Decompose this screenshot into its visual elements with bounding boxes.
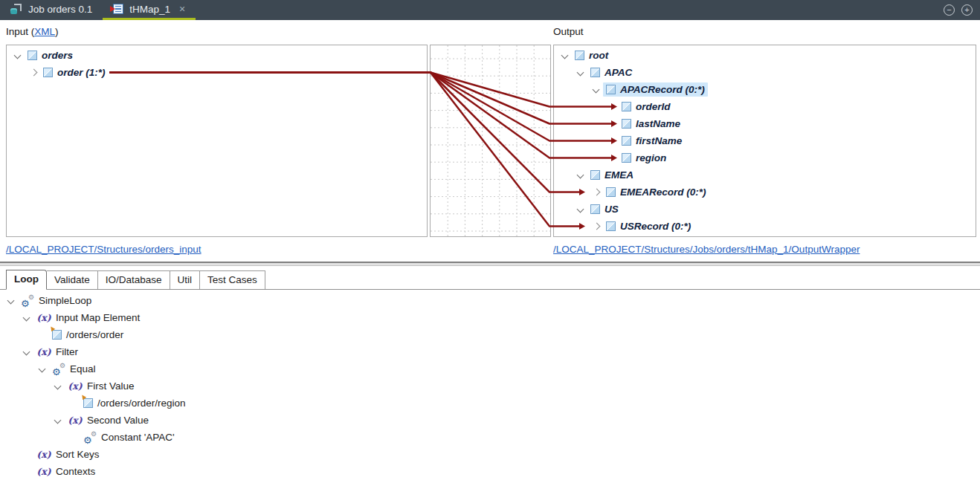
tree-item-core: US xyxy=(587,202,622,216)
chevron-down-icon[interactable] xyxy=(20,343,33,360)
tree-item-us[interactable]: US xyxy=(554,201,976,218)
tree-item-orders-order-region[interactable]: /orders/order/region xyxy=(0,395,980,412)
output-structure-path-link[interactable]: /LOCAL_PROJECT/Structures/Jobs/orders/tH… xyxy=(553,244,860,255)
tree-item-label: Filter xyxy=(56,346,78,357)
chevron-down-icon[interactable] xyxy=(51,412,65,429)
output-tree: rootAPACAPACRecord (0:*)orderIdlastNamef… xyxy=(554,45,976,235)
tree-item-core: root xyxy=(572,48,611,62)
chevron-right-icon[interactable] xyxy=(590,184,603,201)
tree-item-core: /orders/order/region xyxy=(80,396,189,410)
element-icon xyxy=(622,153,631,163)
chevron-down-icon[interactable] xyxy=(574,166,587,184)
tree-item-region[interactable]: region xyxy=(554,149,976,166)
chevron-down-icon[interactable] xyxy=(558,47,572,64)
tree-item-emea[interactable]: EMEA xyxy=(554,166,976,184)
tree-item-label: Sort Keys xyxy=(56,449,100,460)
tree-item-lastname[interactable]: lastName xyxy=(554,115,976,132)
chevron-down-icon[interactable] xyxy=(574,201,587,218)
tree-item-label: /orders/order/region xyxy=(97,398,186,409)
tree-item-label: APACRecord (0:*) xyxy=(620,84,705,95)
input-structure-path-link[interactable]: /LOCAL_PROJECT/Structures/orders_input xyxy=(6,244,202,255)
tab-validate[interactable]: Validate xyxy=(47,270,98,289)
chevron-down-icon[interactable] xyxy=(36,360,49,377)
tree-item-core: (x)Second Value xyxy=(65,413,152,427)
mapping-editor: Input (XML) Output ordersorder (1:*) roo… xyxy=(0,20,980,262)
tab-util[interactable]: Util xyxy=(170,270,201,289)
tree-item-orders[interactable]: orders xyxy=(7,47,427,64)
tab-test-cases[interactable]: Test Cases xyxy=(200,270,265,289)
tree-item-label: region xyxy=(636,152,666,163)
close-icon[interactable]: × xyxy=(179,3,185,15)
gears-icon xyxy=(52,363,65,375)
tree-item-filter[interactable]: (x)Filter xyxy=(0,343,980,360)
element-icon xyxy=(590,204,600,214)
editor-tab-thmap-1[interactable]: tHMap_1× xyxy=(103,0,196,20)
tree-item-label: Contexts xyxy=(56,466,95,477)
tree-item-core: (x)Input Map Element xyxy=(33,311,143,325)
chevron-down-icon[interactable] xyxy=(51,377,65,395)
tab-loop[interactable]: Loop xyxy=(6,270,47,290)
input-xml-link[interactable]: XML xyxy=(34,26,55,37)
element-icon xyxy=(590,68,600,77)
tree-item-label: SimpleLoop xyxy=(39,295,91,306)
tree-item-sort-keys[interactable]: (x)Sort Keys xyxy=(0,446,980,463)
canvas-grid xyxy=(431,45,550,236)
window-controls: − + xyxy=(944,0,980,20)
element-icon xyxy=(622,119,631,129)
tree-item-apacrecord-0[interactable]: APACRecord (0:*) xyxy=(554,81,976,98)
chevron-spacer xyxy=(605,115,619,132)
chevron-right-icon[interactable] xyxy=(27,64,40,81)
function-icon: (x) xyxy=(68,380,83,392)
tree-item-contexts[interactable]: (x)Contexts xyxy=(0,463,980,480)
job-icon xyxy=(10,4,22,14)
tree-item-label: US xyxy=(605,204,619,215)
loop-config-tree: SimpleLoop(x)Input Map Element/orders/or… xyxy=(0,290,980,480)
chevron-spacer xyxy=(67,429,80,446)
tree-item-simpleloop[interactable]: SimpleLoop xyxy=(0,292,980,309)
tree-item-label: First Value xyxy=(87,380,135,392)
tree-item-input-map-element[interactable]: (x)Input Map Element xyxy=(0,309,980,326)
output-panel-header: Output xyxy=(553,26,584,37)
tree-item-label: order (1:*) xyxy=(57,67,106,78)
tree-item-core: USRecord (0:*) xyxy=(603,219,694,233)
element-ref-icon xyxy=(52,330,62,340)
tree-item-core: orderId xyxy=(619,100,674,114)
tree-item-core: EMEARecord (0:*) xyxy=(603,185,709,199)
chevron-down-icon[interactable] xyxy=(590,81,603,98)
tree-item-order-1[interactable]: order (1:*) xyxy=(7,64,427,81)
tree-item-first-value[interactable]: (x)First Value xyxy=(0,377,980,395)
tree-item-firstname[interactable]: firstName xyxy=(554,132,976,149)
tree-item-core: /orders/order xyxy=(49,328,126,342)
tree-item-constant-apac[interactable]: Constant 'APAC' xyxy=(0,429,980,446)
chevron-down-icon[interactable] xyxy=(11,47,25,64)
tree-item-second-value[interactable]: (x)Second Value xyxy=(0,412,980,429)
mapping-canvas[interactable] xyxy=(430,45,551,237)
tree-item-core: (x)First Value xyxy=(65,379,138,393)
tree-item-orderid[interactable]: orderId xyxy=(554,98,976,115)
element-icon xyxy=(43,68,53,77)
chevron-down-icon[interactable] xyxy=(4,292,18,309)
tab-io-database[interactable]: IO/Database xyxy=(98,270,170,289)
chevron-down-icon[interactable] xyxy=(20,309,33,326)
function-icon: (x) xyxy=(36,466,51,477)
tree-item-core: APAC xyxy=(587,65,635,80)
tree-item-apac[interactable]: APAC xyxy=(554,64,976,81)
element-icon xyxy=(622,102,631,111)
chevron-right-icon[interactable] xyxy=(590,218,603,235)
tree-item-emearecord-0[interactable]: EMEARecord (0:*) xyxy=(554,184,976,201)
function-icon: (x) xyxy=(36,449,51,460)
tree-item-equal[interactable]: Equal xyxy=(0,360,980,377)
tree-item-core: (x)Sort Keys xyxy=(33,447,103,461)
element-icon xyxy=(606,221,616,231)
element-icon xyxy=(606,85,616,94)
tree-item-label: Input Map Element xyxy=(56,312,140,323)
tree-item-usrecord-0[interactable]: USRecord (0:*) xyxy=(554,218,976,235)
tree-item-root[interactable]: root xyxy=(554,47,976,64)
editor-tab-job-orders-0-1[interactable]: Job orders 0.1 xyxy=(0,0,103,20)
collapse-icon[interactable]: − xyxy=(944,4,955,16)
chevron-spacer xyxy=(36,326,49,343)
tree-item-label: EMEA xyxy=(605,169,634,181)
chevron-down-icon[interactable] xyxy=(574,64,587,81)
tree-item-orders-order[interactable]: /orders/order xyxy=(0,326,980,343)
expand-icon[interactable]: + xyxy=(961,4,973,16)
